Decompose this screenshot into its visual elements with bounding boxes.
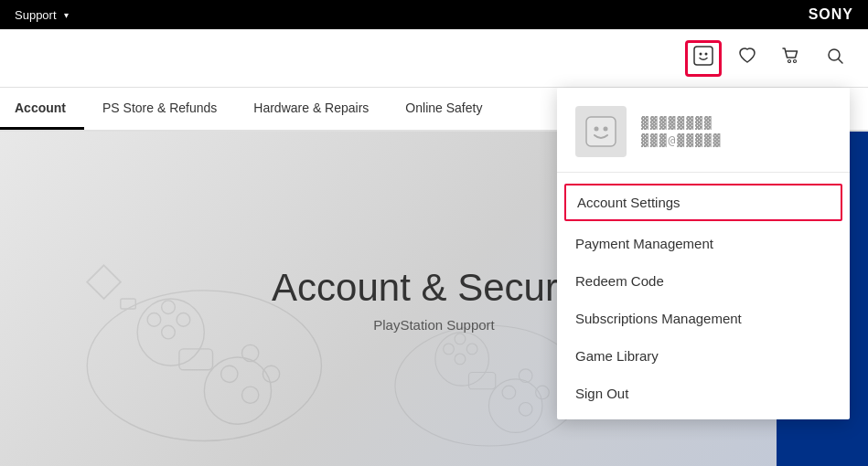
- nav-item-ps-store[interactable]: PS Store & Refunds: [84, 88, 235, 130]
- nav-label-online-safety: Online Safety: [405, 101, 482, 115]
- dropdown-item-redeem[interactable]: Redeem Code: [557, 262, 850, 300]
- nav-label-account: Account: [15, 101, 66, 115]
- svg-point-34: [595, 127, 599, 132]
- svg-point-1: [700, 53, 702, 56]
- nav-item-online-safety[interactable]: Online Safety: [387, 88, 500, 130]
- nav-label-ps-store: PS Store & Refunds: [102, 101, 217, 115]
- support-menu[interactable]: Support ▾: [15, 8, 69, 22]
- dropdown-item-account-settings[interactable]: Account Settings: [564, 184, 842, 221]
- header-icons: [685, 40, 853, 77]
- avatar: [575, 106, 627, 157]
- dropdown-item-payment[interactable]: Payment Management: [557, 225, 850, 262]
- svg-rect-0: [694, 47, 713, 65]
- nav-item-hardware[interactable]: Hardware & Repairs: [235, 88, 387, 130]
- heart-icon: [737, 46, 757, 70]
- svg-point-35: [604, 127, 608, 132]
- search-button[interactable]: [817, 40, 853, 77]
- search-icon: [825, 46, 845, 70]
- dropdown-items-list: Account Settings Payment Management Rede…: [557, 173, 850, 419]
- svg-rect-33: [586, 117, 616, 146]
- dropdown-item-game-library[interactable]: Game Library: [557, 337, 850, 375]
- cart-icon: [781, 46, 801, 70]
- cart-button[interactable]: [773, 40, 809, 77]
- top-bar: Support ▾ SONY: [0, 0, 868, 29]
- wishlist-button[interactable]: [729, 40, 766, 77]
- svg-point-2: [705, 53, 708, 56]
- svg-point-3: [788, 60, 791, 63]
- support-chevron-icon: ▾: [64, 10, 69, 20]
- hero-title: Account & Security: [272, 266, 596, 310]
- svg-line-6: [839, 59, 843, 64]
- hero-text-block: Account & Security PlayStation Support: [272, 266, 596, 333]
- dropdown-item-subscriptions[interactable]: Subscriptions Management: [557, 300, 850, 337]
- dropdown-profile-section: ▓▓▓▓▓▓▓▓ ▓▓▓@▓▓▓▓▓: [557, 88, 850, 173]
- sony-logo: SONY: [809, 6, 853, 23]
- username-masked: ▓▓▓▓▓▓▓▓: [641, 116, 722, 130]
- profile-button[interactable]: [685, 40, 722, 77]
- nav-label-hardware: Hardware & Repairs: [253, 101, 369, 115]
- header: [0, 29, 868, 88]
- hero-subtitle: PlayStation Support: [272, 317, 596, 333]
- support-label: Support: [15, 8, 57, 22]
- nav-item-account[interactable]: Account: [0, 88, 84, 130]
- dropdown-item-sign-out[interactable]: Sign Out: [557, 375, 850, 412]
- email-masked: ▓▓▓@▓▓▓▓▓: [641, 133, 722, 147]
- user-info: ▓▓▓▓▓▓▓▓ ▓▓▓@▓▓▓▓▓: [641, 116, 722, 147]
- dropdown-menu: ▓▓▓▓▓▓▓▓ ▓▓▓@▓▓▓▓▓ Account Settings Paym…: [557, 88, 850, 419]
- svg-point-4: [794, 60, 797, 63]
- profile-icon: [693, 46, 713, 70]
